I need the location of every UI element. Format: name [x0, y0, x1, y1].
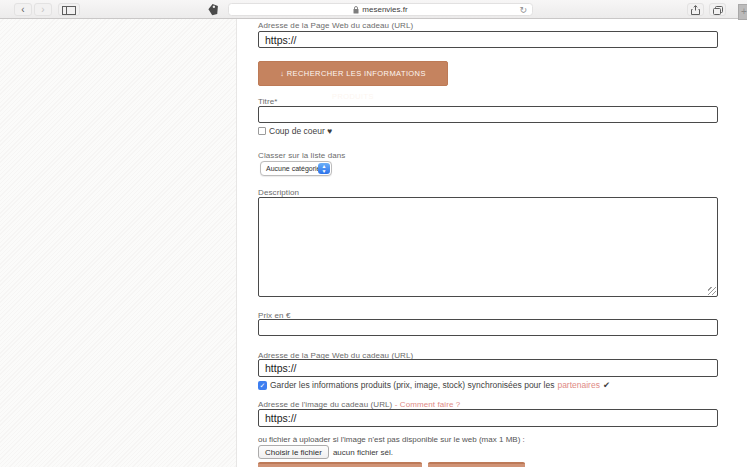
browser-toolbar: ‹ › mesenvies.fr [0, 0, 747, 19]
submit-button-partial[interactable] [258, 462, 422, 467]
sync-checkbox-label: Garder les informations produits (prix, … [270, 380, 554, 390]
share-icon [691, 5, 700, 15]
back-button[interactable]: ‹ [14, 3, 32, 16]
new-tab-button[interactable]: + [738, 4, 747, 20]
partners-link[interactable]: partenaires [557, 380, 600, 390]
category-label: Classer sur la liste dans [258, 151, 345, 160]
file-upload-row: Choisir le fichier aucun fichier sél. [258, 445, 393, 459]
favorite-checkbox-row[interactable]: Coup de coeur ♥ [258, 126, 332, 136]
show-tabs-button[interactable] [709, 3, 726, 16]
file-status-text: aucun fichier sél. [333, 448, 393, 457]
gift-url-input[interactable] [258, 31, 718, 48]
browser-window: ‹ › mesenvies.fr [0, 0, 747, 467]
cancel-button-partial[interactable] [428, 462, 525, 467]
share-button[interactable] [687, 3, 704, 16]
title-input[interactable] [258, 106, 718, 123]
url-domain: mesenvies.fr [362, 5, 407, 14]
gift-url-label: Adresse de la Page Web du cadeau (URL) [258, 21, 413, 30]
category-selected-value: Aucune catégorie [266, 165, 320, 172]
sidebar-toggle-button[interactable] [58, 3, 80, 16]
reload-button[interactable]: ↻ [519, 4, 527, 17]
choose-file-button[interactable]: Choisir le fichier [258, 445, 329, 459]
favorite-checkbox[interactable] [258, 127, 266, 135]
image-url-input[interactable] [258, 409, 718, 427]
how-to-link[interactable]: - Comment faire ? [395, 400, 461, 409]
sync-checkbox-row[interactable]: ✓ Garder les informations produits (prix… [258, 380, 610, 390]
upload-hint: ou fichier à uploader si l'image n'est p… [258, 435, 525, 444]
image-url-label-row: Adresse de l'image du cadeau (URL) - Com… [258, 400, 460, 409]
forward-button[interactable]: › [34, 3, 52, 16]
tabs-icon [713, 6, 723, 15]
title-label: Titre* [258, 97, 277, 106]
textarea-resize-handle[interactable] [708, 287, 716, 295]
search-product-info-button[interactable]: ↓ RECHERCHER LES INFORMATIONS PRODUITS [258, 61, 448, 86]
sidebar-icon [62, 6, 76, 15]
sync-checkbox[interactable]: ✓ [258, 381, 267, 390]
category-select[interactable]: Aucune catégorie ▲▼ [260, 161, 332, 176]
page-left-margin [0, 19, 237, 467]
price-input[interactable] [258, 319, 718, 336]
image-url-label: Adresse de l'image du cadeau (URL) [258, 400, 392, 409]
address-bar-text: mesenvies.fr [229, 4, 532, 15]
price-tag-icon [207, 3, 221, 16]
sync-check-mark: ✔ [603, 380, 610, 390]
lock-icon [353, 6, 359, 14]
select-stepper-icon: ▲▼ [318, 163, 330, 174]
gift-url2-input[interactable] [258, 359, 718, 377]
address-bar[interactable]: mesenvies.fr ↻ [228, 3, 533, 16]
description-textarea[interactable] [258, 197, 718, 297]
description-label: Description [258, 188, 299, 197]
favorite-checkbox-label: Coup de coeur ♥ [269, 126, 332, 136]
